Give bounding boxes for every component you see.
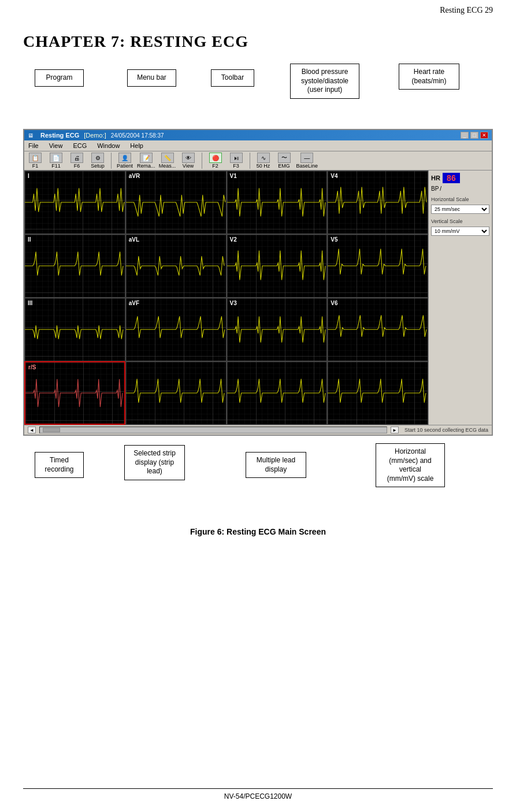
menu-view[interactable]: View: [47, 142, 65, 150]
annotation-toolbar: Toolbar: [211, 69, 254, 87]
toolbar-patient[interactable]: 👤 Patient: [116, 153, 133, 169]
lead-aVR: aVR: [125, 170, 227, 234]
lead-V1: V1: [227, 170, 328, 234]
ecg-right-panel: HR 86 BP / Horizontal Scale 25 mm/sec 50…: [428, 170, 492, 425]
annotation-program: Program: [35, 69, 84, 87]
lead-III: III: [24, 298, 125, 361]
ecg-menubar: File View ECG Window Help: [24, 140, 492, 151]
vertical-scale-select[interactable]: 10 mm/mV 5 mm/mV 20 mm/mV: [431, 227, 489, 236]
toolbar-f11[interactable]: 📄 F11: [47, 153, 65, 169]
lead-V2: V2: [227, 234, 328, 298]
lead-V6: V6: [327, 298, 428, 361]
scroll-left-button[interactable]: ◄: [28, 427, 36, 433]
lead-rS: r/S: [24, 361, 125, 425]
annotation-multi-lead: Multiple leaddisplay: [246, 452, 306, 478]
figure-caption: Figure 6: Resting ECG Main Screen: [23, 527, 493, 536]
ecg-title-bar: 🖥 Resting ECG [Demo:] 24/05/2004 17:58:3…: [24, 130, 492, 140]
ecg-grid-container: I aVR V1 V4: [24, 170, 492, 425]
minimize-button[interactable]: _: [461, 132, 469, 139]
lead-V4: V4: [327, 170, 428, 234]
maximize-button[interactable]: □: [470, 132, 478, 139]
lead-I: I: [24, 170, 125, 234]
toolbar-emg[interactable]: 〜 EMG: [276, 153, 293, 169]
hr-value: 86: [443, 173, 460, 183]
menu-ecg[interactable]: ECG: [71, 142, 88, 150]
horizontal-scale-select[interactable]: 25 mm/sec 50 mm/sec 10 mm/sec: [431, 205, 489, 214]
bp-label: BP: [431, 186, 439, 192]
horizontal-scrollbar[interactable]: [39, 427, 387, 433]
lead-strip-2: [125, 361, 227, 425]
toolbar-view[interactable]: 👁 View: [180, 153, 197, 169]
annotation-blood-pressure: Blood pressuresystole/diastole(user inpu…: [290, 64, 359, 99]
title-date: 24/05/2004 17:58:37: [111, 132, 164, 139]
ecg-toolbar: 📋 F1 📄 F11 🖨 F6 ⚙ Setup 👤 Patient 📝 Rema…: [24, 151, 492, 170]
ecg-leads-area: I aVR V1 V4: [24, 170, 428, 425]
menu-window[interactable]: Window: [95, 142, 121, 150]
chapter-title: CHAPTER 7: RESTING ECG: [0, 15, 516, 62]
page-footer: NV-54/PCECG1200W: [23, 788, 493, 800]
ecg-window: 🖥 Resting ECG [Demo:] 24/05/2004 17:58:3…: [23, 129, 493, 436]
horizontal-scale-label: Horizontal Scale: [431, 196, 489, 202]
bp-value: /: [440, 186, 441, 192]
page-number: Resting ECG 29: [440, 6, 493, 15]
hr-label: HR: [431, 175, 440, 181]
bp-display: BP /: [431, 186, 489, 192]
vertical-scale-label: Vertical Scale: [431, 218, 489, 224]
lead-strip-3: [227, 361, 328, 425]
annotation-strip-display: Selected stripdisplay (striplead): [124, 445, 185, 480]
toolbar-f6[interactable]: 🖨 F6: [68, 153, 86, 169]
title-program: Resting ECG: [40, 132, 79, 139]
menu-file[interactable]: File: [27, 142, 40, 150]
lead-II: II: [24, 234, 125, 298]
annotation-scale: Horizontal(mm/sec) andvertical(mm/mV) sc…: [376, 443, 445, 487]
menu-help[interactable]: Help: [128, 142, 145, 150]
toolbar-setup[interactable]: ⚙ Setup: [89, 153, 106, 169]
toolbar-f1[interactable]: 📋 F1: [27, 153, 44, 169]
scrollbar-thumb[interactable]: [43, 428, 60, 432]
annotation-heart-rate: Heart rate(beats/min): [399, 64, 459, 90]
page-header: Resting ECG 29: [0, 0, 516, 15]
lead-strip-4: [327, 361, 428, 425]
title-demo: [Demo:]: [84, 132, 106, 139]
lead-V3: V3: [227, 298, 328, 361]
toolbar-50hz[interactable]: ∿ 50 Hz: [255, 153, 272, 169]
hr-display: HR 86: [431, 173, 489, 183]
annotation-menu-bar: Menu bar: [127, 69, 176, 87]
lead-aVF: aVF: [125, 298, 227, 361]
scroll-right-button[interactable]: ►: [391, 427, 399, 433]
lead-aVL: aVL: [125, 234, 227, 298]
toolbar-baseline[interactable]: — BaseLine: [296, 153, 318, 169]
close-button[interactable]: ✕: [480, 132, 488, 139]
toolbar-rema[interactable]: 📝 Rema...: [137, 153, 155, 169]
lead-V5: V5: [327, 234, 428, 298]
annotation-timed-recording: Timedrecording: [35, 452, 84, 478]
status-text: Start 10 second collecting ECG data: [404, 427, 488, 433]
toolbar-f3[interactable]: ⏯ F3: [228, 153, 245, 169]
toolbar-f2[interactable]: 🔴 F2: [207, 153, 224, 169]
ecg-statusbar: ◄ ► Start 10 second collecting ECG data: [24, 425, 492, 435]
toolbar-meas[interactable]: 📏 Meas...: [159, 153, 176, 169]
